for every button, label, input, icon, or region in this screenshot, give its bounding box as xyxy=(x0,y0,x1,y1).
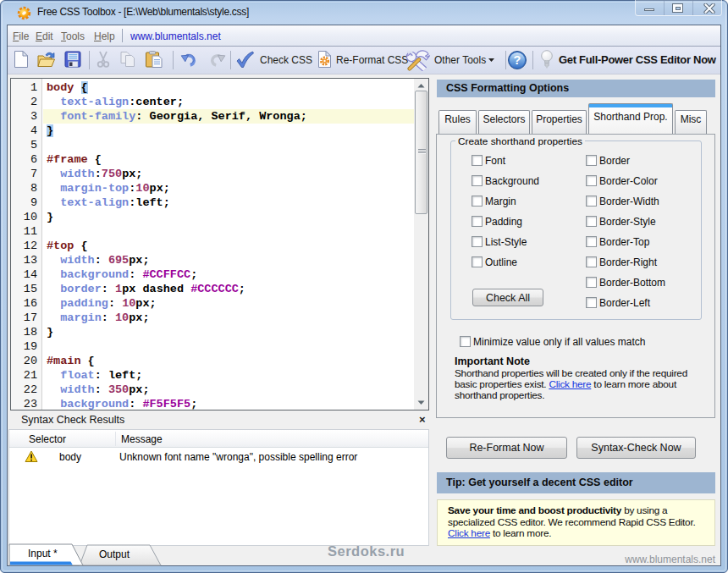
svg-text:?: ? xyxy=(514,53,521,67)
